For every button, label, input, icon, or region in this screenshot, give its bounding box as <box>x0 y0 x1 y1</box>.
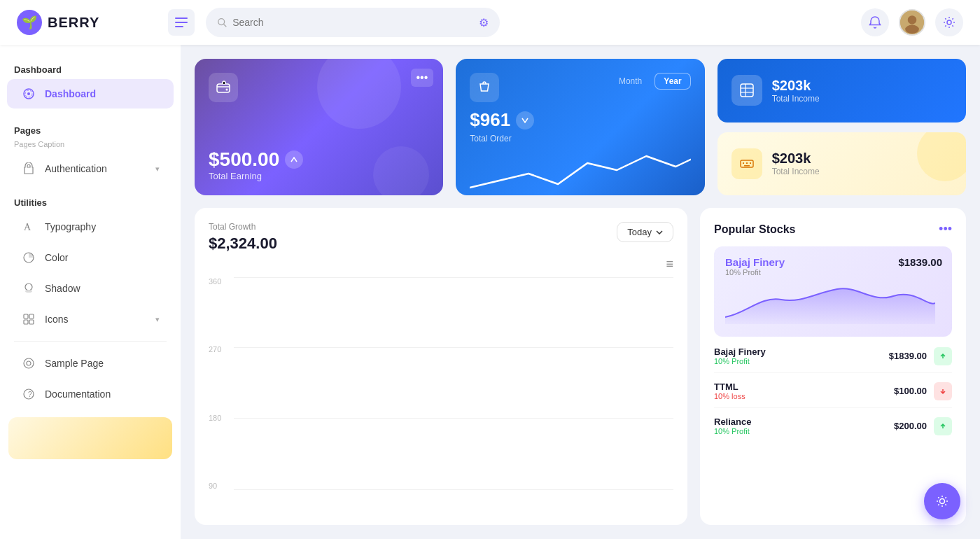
sidebar-item-sample-page[interactable]: Sample Page <box>7 349 174 378</box>
arrow-up-icon-3 <box>939 422 947 430</box>
chart-options-menu[interactable]: ≡ <box>209 257 673 272</box>
logo-area: 🌱 BERRY <box>17 10 157 35</box>
income-bottom-card: $203k Total Income <box>718 132 966 196</box>
settings-button[interactable] <box>935 8 963 36</box>
svg-text:?: ? <box>28 391 32 398</box>
total-order-label: Total Order <box>470 134 690 144</box>
stocks-menu-icon[interactable]: ••• <box>939 222 952 237</box>
top-cards-row: ••• $500.00 Total Earning <box>195 59 966 195</box>
stock-item-3-name: Reliance <box>714 416 751 427</box>
svg-point-12 <box>27 92 30 95</box>
notification-button[interactable] <box>861 8 889 36</box>
sidebar-item-documentation[interactable]: ? Documentation <box>7 379 174 409</box>
svg-rect-35 <box>750 162 751 164</box>
dashboard-icon <box>21 86 36 102</box>
sidebar-item-authentication[interactable]: Authentication ▾ <box>7 154 174 183</box>
wave-chart-svg <box>470 149 690 195</box>
avatar[interactable] <box>899 9 925 36</box>
sidebar: Dashboard Dashboard Pages Pages Caption … <box>0 45 181 539</box>
bell-icon <box>868 15 882 29</box>
header: 🌱 BERRY ⚙ <box>0 0 980 45</box>
sidebar-divider <box>14 341 167 342</box>
income-bottom-icon <box>732 148 762 179</box>
icons-chevron: ▾ <box>155 315 160 324</box>
filter-icon[interactable]: ⚙ <box>479 16 489 29</box>
svg-point-5 <box>218 19 225 25</box>
stock-item-1-right: $1839.00 <box>889 347 952 365</box>
tab-year-button[interactable]: Year <box>654 73 690 90</box>
y-axis-labels: 360 270 180 90 <box>209 277 221 490</box>
header-right <box>861 8 963 36</box>
y-label-270: 270 <box>209 345 221 354</box>
stock-item-1-name: Bajaj Finery <box>714 346 766 357</box>
svg-line-6 <box>224 24 227 27</box>
svg-point-27 <box>226 89 228 91</box>
y-label-360: 360 <box>209 277 221 286</box>
search-icon <box>217 17 227 28</box>
search-input[interactable] <box>232 17 473 28</box>
sidebar-item-typography[interactable]: A Typography <box>7 212 174 241</box>
logo-text: BERRY <box>48 15 99 31</box>
svg-point-37 <box>940 499 945 504</box>
wallet-icon <box>216 80 231 95</box>
stock-item-2-price: $100.00 <box>894 386 927 396</box>
income-bottom-deco <box>917 132 966 181</box>
tab-month-button[interactable]: Month <box>610 73 650 90</box>
stock-item-3-right: $200.00 <box>894 417 952 435</box>
sidebar-pages-caption: Pages Caption <box>0 139 181 153</box>
y-label-90: 90 <box>209 482 221 490</box>
stock-item-3-info: Reliance 10% Profit <box>714 416 751 435</box>
sidebar-item-color[interactable]: Color <box>7 243 174 272</box>
shopping-bag-icon <box>477 80 492 95</box>
menu-button[interactable] <box>168 9 195 36</box>
sidebar-section-pages: Pages <box>0 120 181 139</box>
stock-item-2-name: TTML <box>714 382 746 392</box>
stock-item-3-sub: 10% Profit <box>714 427 751 435</box>
svg-rect-20 <box>24 320 28 324</box>
total-earning-card: ••• $500.00 Total Earning <box>195 59 443 195</box>
sidebar-bottom-promo <box>8 417 172 459</box>
earning-card-menu-button[interactable]: ••• <box>411 69 434 87</box>
sidebar-item-dashboard[interactable]: Dashboard <box>7 79 174 108</box>
svg-rect-4 <box>175 26 183 27</box>
avatar-image <box>900 9 924 36</box>
chart-title-group: Total Growth $2,324.00 <box>209 222 277 253</box>
chart-header: Total Growth $2,324.00 Today <box>209 222 673 253</box>
y-label-180: 180 <box>209 414 221 422</box>
svg-rect-2 <box>175 18 188 19</box>
svg-rect-34 <box>746 162 748 164</box>
svg-point-22 <box>24 358 34 368</box>
main-content: ••• $500.00 Total Earning <box>181 45 980 539</box>
stock-item-3-price: $200.00 <box>894 421 927 431</box>
sidebar-item-shadow[interactable]: Shadow <box>7 274 174 303</box>
fab-settings-button[interactable] <box>924 483 960 519</box>
authentication-icon <box>21 161 36 176</box>
stock-item-3: Reliance 10% Profit $200.00 <box>714 416 952 442</box>
stock-item-1-arrow <box>934 347 952 365</box>
stocks-card: Popular Stocks ••• Bajaj Finery 10% Prof… <box>700 208 966 525</box>
chevron-down-icon <box>656 230 663 234</box>
svg-rect-21 <box>29 320 34 324</box>
stock-feature-profit: 10% Profit <box>725 268 941 276</box>
income-bottom-amount: $203k <box>772 150 820 167</box>
income-top-icon <box>732 75 762 106</box>
stock-item-3-arrow <box>934 417 952 435</box>
stock-item-1-price: $1839.00 <box>889 351 927 361</box>
sidebar-section-utilities: Utilities <box>0 192 181 211</box>
sample-page-icon <box>21 356 36 371</box>
sidebar-item-shadow-label: Shadow <box>45 283 80 294</box>
growth-chart-card: Total Growth $2,324.00 Today ≡ 360 270 <box>195 208 687 525</box>
logo-icon: 🌱 <box>17 10 42 35</box>
stock-item-2: TTML 10% loss $100.00 <box>714 382 952 408</box>
stock-feature-card: Bajaj Finery 10% Profit $1839.00 <box>714 246 952 337</box>
svg-point-16 <box>25 284 32 290</box>
sidebar-item-icons[interactable]: Icons ▾ <box>7 304 174 334</box>
icons-icon <box>21 312 36 327</box>
svg-point-9 <box>905 25 919 34</box>
main-layout: Dashboard Dashboard Pages Pages Caption … <box>0 45 980 539</box>
svg-text:🌱: 🌱 <box>22 15 38 30</box>
today-button[interactable]: Today <box>617 222 673 242</box>
search-bar: ⚙ <box>206 8 500 37</box>
order-trend-badge <box>516 111 534 130</box>
income-top-card: $203k Total Income <box>718 59 966 122</box>
